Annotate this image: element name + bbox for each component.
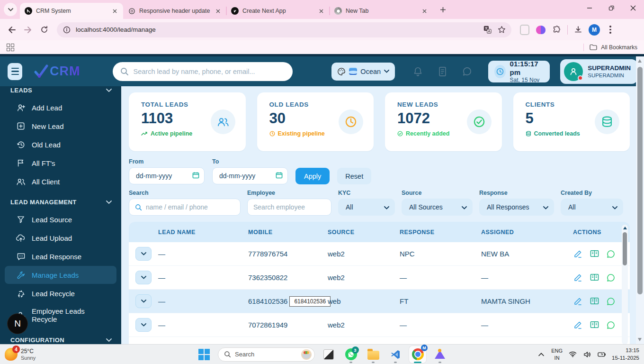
taskbar-app-whatsapp[interactable]: 3 [342,346,359,363]
all-bookmarks-button[interactable]: All Bookmarks [583,44,637,51]
sidebar-toggle-button[interactable] [8,63,22,80]
calendar-icon[interactable] [276,172,283,180]
start-button[interactable] [196,346,213,363]
expand-row-button[interactable] [135,318,152,332]
whatsapp-chat-icon[interactable] [606,249,616,259]
browser-tab-crm[interactable]: CRM System [20,3,123,19]
back-button[interactable] [5,23,19,37]
scroll-up-arrow[interactable] [623,227,627,229]
extension-disabled-icon[interactable] [519,24,530,36]
sidebar-item-lead-source[interactable]: Lead Source [5,210,116,228]
scroll-down-arrow[interactable] [638,338,642,341]
scroll-up-arrow[interactable] [638,59,642,63]
edit-icon[interactable] [573,273,582,282]
sidebar-section-leads[interactable]: LEADS [5,86,116,98]
brain-extension-icon[interactable] [535,24,546,36]
apps-grid-icon[interactable] [7,44,14,51]
employee-field[interactable] [247,199,331,216]
expand-row-button[interactable] [135,271,152,284]
weather-widget[interactable]: 4 25°C Sunny [5,348,36,361]
translate-icon[interactable] [482,25,492,35]
browser-profile-avatar[interactable]: M [589,24,600,36]
source-select[interactable]: All Sources [402,199,473,216]
table-scrollbar[interactable] [622,225,628,344]
browser-tab-responsive-header[interactable]: Responsive header update [123,3,226,19]
expand-row-button[interactable] [135,294,152,308]
sidebar-item-lead-upload[interactable]: Lead Upload [5,229,116,247]
tab-close-icon[interactable] [420,7,428,15]
reload-button[interactable] [37,23,51,37]
kyc-select[interactable]: All [338,199,395,216]
browser-menu-icon[interactable] [605,24,616,36]
clock-widget[interactable]: 01:15:17 pm Sat, 15 Nov [488,61,550,82]
window-restore-button[interactable] [600,0,622,16]
whatsapp-chat-icon[interactable] [606,320,616,330]
extensions-puzzle-icon[interactable] [551,24,563,36]
tray-clock[interactable]: 13:15 15-11-2025 [612,347,639,362]
details-book-icon[interactable] [590,249,599,259]
expand-row-button[interactable] [135,247,152,261]
scrollbar-thumb[interactable] [637,67,643,294]
lead-search-input[interactable] [134,68,286,75]
search-field[interactable] [129,199,241,216]
lead-search-bar[interactable] [113,62,293,81]
sidebar-item-all-client[interactable]: All Client [5,173,116,191]
address-bar[interactable]: localhost:4000/lead/manage [57,22,511,37]
tray-chevron-up-icon[interactable] [537,350,546,359]
sidebar-item-lead-response[interactable]: Lead Response [5,247,116,265]
details-book-icon[interactable] [590,320,599,330]
downloads-icon[interactable] [572,24,584,36]
site-info-icon[interactable] [62,25,72,35]
sidebar-item-add-lead[interactable]: Add Lead [5,99,116,117]
taskbar-app-explorer[interactable] [365,346,382,363]
sidebar-item-lead-recycle[interactable]: Lead Recycle [5,284,116,302]
sidebar-item-old-lead[interactable]: Old Lead [5,136,116,154]
browser-tab-create-next-app[interactable]: Create Next App [226,3,330,19]
from-date-input[interactable]: dd-mm-yyyy [129,167,205,184]
documents-icon[interactable] [438,65,448,78]
battery-icon[interactable] [597,350,607,359]
browser-tab-new-tab[interactable]: New Tab [330,3,433,19]
tab-search-button[interactable] [4,3,17,16]
sidebar-item-manage-leads[interactable]: Manage Leads [5,266,116,284]
taskbar-app-chrome[interactable]: M [409,346,426,363]
sidebar-item-new-lead[interactable]: New Lead [5,117,116,135]
edit-icon[interactable] [573,320,582,330]
taskbar-app-vscode[interactable] [387,346,404,363]
notifications-bell-icon[interactable] [413,65,423,78]
edit-icon[interactable] [573,297,582,306]
scrollbar-thumb[interactable] [623,232,627,265]
new-tab-button[interactable] [437,3,449,16]
sidebar-section-configuration[interactable]: CONFIGURATION [5,332,116,344]
window-close-button[interactable] [622,0,644,16]
sidebar-section-lead-management[interactable]: LEAD MANAGEMENT [5,194,116,210]
reset-button[interactable]: Reset [337,168,371,184]
page-scrollbar[interactable] [636,56,644,344]
taskbar-search[interactable]: Search [218,347,315,362]
tab-close-icon[interactable] [317,7,325,15]
edit-icon[interactable] [573,249,582,259]
user-profile-chip[interactable]: SUPERADMIN SUPERADMIN [560,59,637,84]
whatsapp-chat-icon[interactable] [606,297,616,306]
details-book-icon[interactable] [590,297,599,306]
calendar-icon[interactable] [192,172,199,180]
tab-close-icon[interactable] [214,7,222,15]
taskbar-app-mountain[interactable] [431,346,448,363]
language-indicator[interactable]: ENG IN [551,347,563,361]
bookmark-star-icon[interactable] [496,25,507,35]
search-input[interactable] [146,203,234,211]
to-date-input[interactable]: dd-mm-yyyy [212,167,288,184]
chat-icon[interactable] [462,65,473,78]
forward-button[interactable] [21,23,35,37]
volume-icon[interactable] [582,350,592,359]
wifi-icon[interactable] [568,350,577,359]
employee-input[interactable] [253,203,339,211]
url-text[interactable]: localhost:4000/lead/manage [76,26,478,33]
apply-button[interactable]: Apply [295,168,330,184]
sidebar-item-all-fts[interactable]: All FT's [5,154,116,172]
whatsapp-chat-icon[interactable] [606,273,616,282]
window-minimize-button[interactable] [579,0,600,16]
nextjs-dev-badge[interactable]: N [8,314,27,334]
tab-close-icon[interactable] [111,7,118,15]
details-book-icon[interactable] [590,273,599,282]
